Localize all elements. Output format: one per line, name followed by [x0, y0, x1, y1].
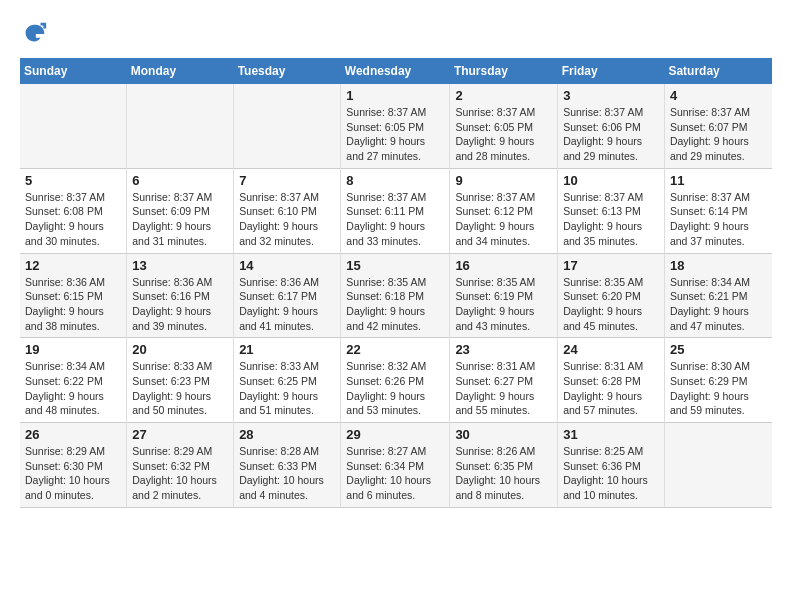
day-number: 22	[346, 342, 444, 357]
calendar-cell: 13Sunrise: 8:36 AM Sunset: 6:16 PM Dayli…	[127, 253, 234, 338]
calendar-cell: 28Sunrise: 8:28 AM Sunset: 6:33 PM Dayli…	[234, 423, 341, 508]
day-info: Sunrise: 8:35 AM Sunset: 6:18 PM Dayligh…	[346, 275, 444, 334]
day-number: 13	[132, 258, 228, 273]
day-number: 28	[239, 427, 335, 442]
calendar-week-row: 12Sunrise: 8:36 AM Sunset: 6:15 PM Dayli…	[20, 253, 772, 338]
weekday-header: Sunday	[20, 58, 127, 84]
calendar-cell: 9Sunrise: 8:37 AM Sunset: 6:12 PM Daylig…	[450, 168, 558, 253]
calendar-cell: 29Sunrise: 8:27 AM Sunset: 6:34 PM Dayli…	[341, 423, 450, 508]
weekday-header: Monday	[127, 58, 234, 84]
day-info: Sunrise: 8:34 AM Sunset: 6:22 PM Dayligh…	[25, 359, 121, 418]
day-number: 30	[455, 427, 552, 442]
day-number: 27	[132, 427, 228, 442]
day-info: Sunrise: 8:37 AM Sunset: 6:11 PM Dayligh…	[346, 190, 444, 249]
calendar-cell: 14Sunrise: 8:36 AM Sunset: 6:17 PM Dayli…	[234, 253, 341, 338]
calendar-cell: 3Sunrise: 8:37 AM Sunset: 6:06 PM Daylig…	[558, 84, 665, 168]
calendar-cell	[234, 84, 341, 168]
day-number: 15	[346, 258, 444, 273]
calendar-table: SundayMondayTuesdayWednesdayThursdayFrid…	[20, 58, 772, 508]
calendar-cell: 5Sunrise: 8:37 AM Sunset: 6:08 PM Daylig…	[20, 168, 127, 253]
weekday-header: Friday	[558, 58, 665, 84]
calendar-cell: 25Sunrise: 8:30 AM Sunset: 6:29 PM Dayli…	[664, 338, 772, 423]
day-info: Sunrise: 8:34 AM Sunset: 6:21 PM Dayligh…	[670, 275, 767, 334]
calendar-week-row: 5Sunrise: 8:37 AM Sunset: 6:08 PM Daylig…	[20, 168, 772, 253]
day-number: 19	[25, 342, 121, 357]
weekday-header: Tuesday	[234, 58, 341, 84]
day-number: 21	[239, 342, 335, 357]
day-number: 2	[455, 88, 552, 103]
weekday-row: SundayMondayTuesdayWednesdayThursdayFrid…	[20, 58, 772, 84]
calendar-cell: 27Sunrise: 8:29 AM Sunset: 6:32 PM Dayli…	[127, 423, 234, 508]
day-info: Sunrise: 8:35 AM Sunset: 6:20 PM Dayligh…	[563, 275, 659, 334]
day-number: 4	[670, 88, 767, 103]
day-number: 23	[455, 342, 552, 357]
day-info: Sunrise: 8:35 AM Sunset: 6:19 PM Dayligh…	[455, 275, 552, 334]
day-info: Sunrise: 8:37 AM Sunset: 6:13 PM Dayligh…	[563, 190, 659, 249]
calendar-cell: 21Sunrise: 8:33 AM Sunset: 6:25 PM Dayli…	[234, 338, 341, 423]
day-number: 12	[25, 258, 121, 273]
day-info: Sunrise: 8:27 AM Sunset: 6:34 PM Dayligh…	[346, 444, 444, 503]
weekday-header: Saturday	[664, 58, 772, 84]
logo-icon	[20, 20, 48, 48]
day-info: Sunrise: 8:26 AM Sunset: 6:35 PM Dayligh…	[455, 444, 552, 503]
day-info: Sunrise: 8:36 AM Sunset: 6:16 PM Dayligh…	[132, 275, 228, 334]
day-number: 25	[670, 342, 767, 357]
calendar-cell: 24Sunrise: 8:31 AM Sunset: 6:28 PM Dayli…	[558, 338, 665, 423]
calendar-cell: 11Sunrise: 8:37 AM Sunset: 6:14 PM Dayli…	[664, 168, 772, 253]
calendar-header: SundayMondayTuesdayWednesdayThursdayFrid…	[20, 58, 772, 84]
calendar-cell: 2Sunrise: 8:37 AM Sunset: 6:05 PM Daylig…	[450, 84, 558, 168]
calendar-body: 1Sunrise: 8:37 AM Sunset: 6:05 PM Daylig…	[20, 84, 772, 507]
day-info: Sunrise: 8:28 AM Sunset: 6:33 PM Dayligh…	[239, 444, 335, 503]
calendar-cell	[664, 423, 772, 508]
calendar-cell: 23Sunrise: 8:31 AM Sunset: 6:27 PM Dayli…	[450, 338, 558, 423]
calendar-cell: 18Sunrise: 8:34 AM Sunset: 6:21 PM Dayli…	[664, 253, 772, 338]
day-info: Sunrise: 8:37 AM Sunset: 6:14 PM Dayligh…	[670, 190, 767, 249]
calendar-cell: 6Sunrise: 8:37 AM Sunset: 6:09 PM Daylig…	[127, 168, 234, 253]
calendar-cell: 17Sunrise: 8:35 AM Sunset: 6:20 PM Dayli…	[558, 253, 665, 338]
day-number: 14	[239, 258, 335, 273]
calendar-cell: 12Sunrise: 8:36 AM Sunset: 6:15 PM Dayli…	[20, 253, 127, 338]
day-info: Sunrise: 8:33 AM Sunset: 6:23 PM Dayligh…	[132, 359, 228, 418]
calendar-cell: 19Sunrise: 8:34 AM Sunset: 6:22 PM Dayli…	[20, 338, 127, 423]
day-info: Sunrise: 8:25 AM Sunset: 6:36 PM Dayligh…	[563, 444, 659, 503]
day-info: Sunrise: 8:37 AM Sunset: 6:05 PM Dayligh…	[346, 105, 444, 164]
day-number: 6	[132, 173, 228, 188]
day-number: 1	[346, 88, 444, 103]
day-info: Sunrise: 8:36 AM Sunset: 6:15 PM Dayligh…	[25, 275, 121, 334]
day-info: Sunrise: 8:29 AM Sunset: 6:30 PM Dayligh…	[25, 444, 121, 503]
day-info: Sunrise: 8:29 AM Sunset: 6:32 PM Dayligh…	[132, 444, 228, 503]
day-number: 16	[455, 258, 552, 273]
calendar-cell: 30Sunrise: 8:26 AM Sunset: 6:35 PM Dayli…	[450, 423, 558, 508]
calendar-week-row: 19Sunrise: 8:34 AM Sunset: 6:22 PM Dayli…	[20, 338, 772, 423]
day-number: 3	[563, 88, 659, 103]
day-info: Sunrise: 8:37 AM Sunset: 6:06 PM Dayligh…	[563, 105, 659, 164]
calendar-cell: 1Sunrise: 8:37 AM Sunset: 6:05 PM Daylig…	[341, 84, 450, 168]
weekday-header: Wednesday	[341, 58, 450, 84]
day-info: Sunrise: 8:32 AM Sunset: 6:26 PM Dayligh…	[346, 359, 444, 418]
weekday-header: Thursday	[450, 58, 558, 84]
day-number: 7	[239, 173, 335, 188]
calendar-cell: 4Sunrise: 8:37 AM Sunset: 6:07 PM Daylig…	[664, 84, 772, 168]
logo	[20, 20, 52, 48]
day-number: 31	[563, 427, 659, 442]
day-number: 10	[563, 173, 659, 188]
calendar-cell	[127, 84, 234, 168]
calendar-week-row: 1Sunrise: 8:37 AM Sunset: 6:05 PM Daylig…	[20, 84, 772, 168]
day-number: 26	[25, 427, 121, 442]
calendar-cell	[20, 84, 127, 168]
day-info: Sunrise: 8:37 AM Sunset: 6:08 PM Dayligh…	[25, 190, 121, 249]
calendar-cell: 22Sunrise: 8:32 AM Sunset: 6:26 PM Dayli…	[341, 338, 450, 423]
day-number: 5	[25, 173, 121, 188]
calendar-cell: 16Sunrise: 8:35 AM Sunset: 6:19 PM Dayli…	[450, 253, 558, 338]
day-info: Sunrise: 8:37 AM Sunset: 6:10 PM Dayligh…	[239, 190, 335, 249]
day-number: 29	[346, 427, 444, 442]
day-number: 9	[455, 173, 552, 188]
calendar-cell: 20Sunrise: 8:33 AM Sunset: 6:23 PM Dayli…	[127, 338, 234, 423]
day-info: Sunrise: 8:30 AM Sunset: 6:29 PM Dayligh…	[670, 359, 767, 418]
calendar-cell: 7Sunrise: 8:37 AM Sunset: 6:10 PM Daylig…	[234, 168, 341, 253]
day-number: 17	[563, 258, 659, 273]
day-info: Sunrise: 8:37 AM Sunset: 6:05 PM Dayligh…	[455, 105, 552, 164]
day-number: 8	[346, 173, 444, 188]
day-info: Sunrise: 8:37 AM Sunset: 6:12 PM Dayligh…	[455, 190, 552, 249]
day-info: Sunrise: 8:37 AM Sunset: 6:09 PM Dayligh…	[132, 190, 228, 249]
